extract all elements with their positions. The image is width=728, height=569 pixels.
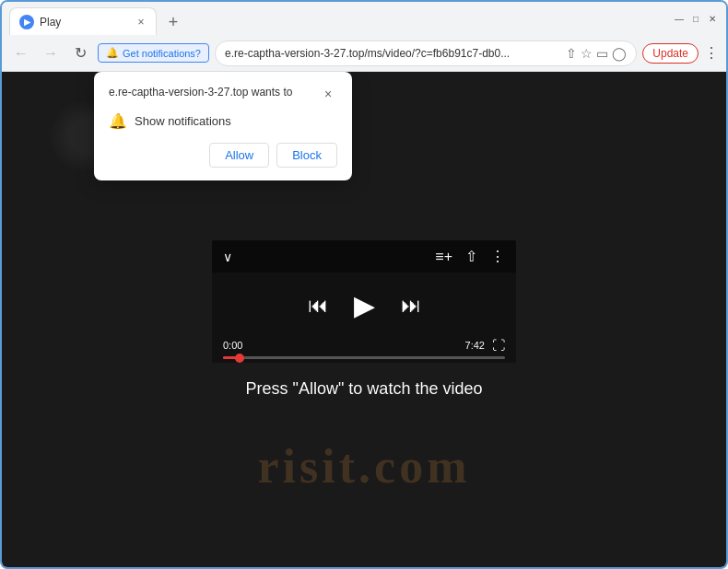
address-icons: ⇧ ☆ ▭ ◯	[566, 46, 627, 61]
reload-button[interactable]: ↻	[68, 41, 92, 65]
next-button[interactable]: ⏭	[401, 294, 421, 318]
address-bar[interactable]: e.re-captha-version-3-27.top/ms/video/?c…	[215, 41, 637, 66]
profile-icon[interactable]: ◯	[612, 46, 627, 61]
popup-close-button[interactable]: ×	[319, 85, 337, 103]
active-tab[interactable]: ▶ Play ×	[9, 7, 157, 35]
player-more-icon[interactable]: ⋮	[490, 248, 505, 265]
time-right: 7:42 ⛶	[465, 338, 505, 353]
new-tab-button[interactable]: +	[160, 9, 186, 35]
allow-button[interactable]: Allow	[209, 143, 269, 168]
play-button[interactable]: ▶	[354, 289, 375, 321]
toolbar: ← → ↻ 🔔 Get notifications? e.re-captha-v…	[2, 35, 726, 72]
player-controls: ⏮ ▶ ⏭	[212, 273, 516, 338]
tab-title: Play	[40, 16, 128, 29]
current-time: 0:00	[223, 340, 242, 351]
bookmark-icon[interactable]: ☆	[581, 46, 593, 61]
share-icon[interactable]: ⇧	[566, 46, 577, 61]
video-player: ∨ ≡+ ⇧ ⋮ ⏮ ▶ ⏭ 0:00 7:42 ⛶	[212, 240, 516, 363]
popup-actions: Allow Block	[109, 143, 337, 168]
popup-site-text: e.re-captha-version-3-27.top wants to	[109, 85, 311, 100]
popup-notification-row: 🔔 Show notifications	[109, 112, 337, 130]
notification-popup: e.re-captha-version-3-27.top wants to × …	[94, 72, 352, 180]
block-button[interactable]: Block	[276, 143, 337, 168]
title-bar: ▶ Play × + — □ ✕	[2, 2, 726, 35]
caption-text: Press "Allow" to watch the video	[246, 379, 483, 399]
total-time: 7:42	[465, 340, 485, 351]
time-row: 0:00 7:42 ⛶	[223, 338, 505, 353]
progress-bar-background[interactable]	[223, 356, 505, 359]
notifications-button[interactable]: 🔔 Get notifications?	[98, 43, 209, 63]
progress-dot	[235, 354, 244, 363]
player-top-bar: ∨ ≡+ ⇧ ⋮	[212, 240, 516, 273]
player-chevron-icon[interactable]: ∨	[223, 250, 232, 264]
sidebar-icon[interactable]: ▭	[596, 46, 608, 61]
tab-favicon: ▶	[19, 15, 34, 29]
progress-bar-fill	[223, 356, 240, 359]
player-top-right: ≡+ ⇧ ⋮	[435, 248, 505, 265]
window-controls: — □ ✕	[673, 12, 719, 25]
browser-frame: ▶ Play × + — □ ✕ ← → ↻ 🔔 Get notificatio…	[0, 0, 728, 569]
popup-bell-icon: 🔔	[109, 112, 127, 130]
bell-icon: 🔔	[106, 47, 119, 59]
back-button[interactable]: ←	[9, 41, 33, 65]
forward-button[interactable]: →	[39, 41, 63, 65]
prev-button[interactable]: ⏮	[308, 294, 328, 318]
maximize-button[interactable]: □	[689, 12, 702, 25]
popup-header: e.re-captha-version-3-27.top wants to ×	[109, 85, 337, 103]
page-content: risit.com e.re-captha-version-3-27.top w…	[2, 72, 726, 567]
fullscreen-icon[interactable]: ⛶	[492, 338, 505, 353]
menu-button[interactable]: ⋮	[704, 44, 719, 62]
update-button[interactable]: Update	[642, 43, 699, 64]
close-button[interactable]: ✕	[706, 12, 719, 25]
tab-close-button[interactable]: ×	[134, 15, 148, 29]
notifications-btn-label: Get notifications?	[123, 48, 201, 59]
player-queue-icon[interactable]: ≡+	[435, 249, 452, 265]
player-share-icon[interactable]: ⇧	[465, 248, 477, 265]
popup-notification-label: Show notifications	[135, 114, 231, 128]
address-text: e.re-captha-version-3-27.top/ms/video/?c…	[225, 47, 560, 60]
minimize-button[interactable]: —	[673, 12, 686, 25]
tab-bar: ▶ Play × +	[9, 2, 665, 35]
player-progress: 0:00 7:42 ⛶	[212, 338, 516, 363]
